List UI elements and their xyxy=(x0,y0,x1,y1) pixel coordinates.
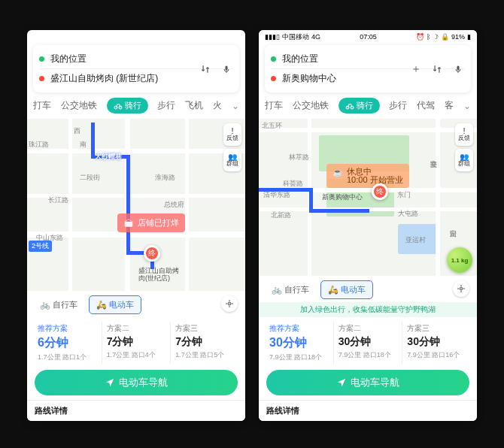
map-canvas[interactable]: 珠江路 西 南 大纱帽巷 二段街 长江路 总统府 中山东路 淮海路 2号线 店铺… xyxy=(27,119,245,291)
locate-icon xyxy=(457,284,466,293)
phone-screen-2: ▮▮▮▯ 中国移动 4G 07:05 ⏰ ᛒ ☽ 🔒 91% ▮ 我的位置 新奥… xyxy=(259,30,477,421)
voice-icon[interactable] xyxy=(451,62,465,76)
locate-button[interactable] xyxy=(221,295,238,312)
swap-icon[interactable] xyxy=(430,62,444,76)
map-label: 林萃路 xyxy=(289,153,309,162)
plan-recommended[interactable]: 推荐方案 6分钟 1.7公里 路口1个 xyxy=(33,322,102,364)
destination-text: 盛江山自助烤肉 (新世纪店) xyxy=(50,72,158,85)
transport-mode-tabs: 打车 公交地铁 骑行 步行 飞机 火 ⌄ xyxy=(27,97,245,119)
clock-label: 07:05 xyxy=(360,33,377,41)
destination-dot-icon xyxy=(39,76,44,81)
alarm-icon: ⏰ xyxy=(416,33,424,41)
origin-dot-icon xyxy=(271,56,276,62)
locate-button[interactable] xyxy=(453,280,469,297)
search-actions xyxy=(199,62,233,76)
map-label: 北新路 xyxy=(271,210,291,220)
eco-weight-bubble[interactable]: 1.1 kg xyxy=(447,247,472,273)
nav-arrow-icon xyxy=(105,377,115,388)
svg-rect-6 xyxy=(457,65,460,70)
mode-tab-walking[interactable]: 步行 xyxy=(157,97,175,114)
route-details-link[interactable]: 路线详情 xyxy=(259,400,477,421)
map-label: 珠江路 xyxy=(29,140,49,150)
sub-tab-bicycle[interactable]: 🚲自行车 xyxy=(33,296,84,313)
mode-tab-walking[interactable]: 步行 xyxy=(389,97,407,114)
closed-icon xyxy=(123,218,134,229)
sub-tab-ebike[interactable]: 🛵电动车 xyxy=(320,280,373,299)
mode-tab-flight[interactable]: 飞机 xyxy=(185,97,203,114)
transport-mode-tabs: 打车 公交地铁 骑行 步行 代驾 客 ⌄ xyxy=(259,97,477,119)
mode-tab-overflow[interactable]: 火 xyxy=(213,97,222,114)
map-label: 科荟路 xyxy=(283,179,303,189)
map-label: 二段街 xyxy=(80,173,100,183)
feedback-button[interactable]: ! 反馈 xyxy=(223,123,241,146)
mode-tab-cycling-active[interactable]: 骑行 xyxy=(107,98,148,114)
vehicle-sub-tabs: 🚲自行车 🛵电动车 xyxy=(259,276,477,302)
plan-option-2[interactable]: 方案二 7分钟 1.7公里 路口4个 xyxy=(102,322,172,364)
map-label: 西 xyxy=(74,126,80,136)
network-label: 4G xyxy=(311,33,320,41)
nav-arrow-icon xyxy=(336,377,347,388)
svg-rect-0 xyxy=(226,65,228,70)
mode-tab-taxi[interactable]: 打车 xyxy=(265,97,283,114)
orient-icon: 🔒 xyxy=(441,33,449,41)
plan-option-3[interactable]: 方案三 30分钟 7.9公里 路口16个 xyxy=(402,322,471,364)
search-actions: ＋ xyxy=(409,62,465,76)
group-button[interactable]: 👥 群组 xyxy=(455,149,473,171)
map-dest-label-2: 肉(世纪店) xyxy=(138,274,170,283)
plan-option-3[interactable]: 方案三 7分钟 1.7公里 路口5个 xyxy=(171,322,239,364)
map-label: 东门 xyxy=(397,190,411,200)
coffee-icon: ☕ xyxy=(332,168,343,177)
swap-icon[interactable] xyxy=(199,62,212,76)
map-canvas[interactable]: 北五环 林萃路 科荟路 清华东路 新奥购物中心 东门 北新路 安立路 大屯路 安… xyxy=(259,119,477,276)
shop-status-overlay: ☕ 休息中 10:00 开始营业 xyxy=(326,164,409,188)
svg-point-10 xyxy=(460,288,462,289)
map-label: 北五环 xyxy=(262,121,282,131)
mode-tab-taxi[interactable]: 打车 xyxy=(33,97,51,114)
mode-tab-cycling-active[interactable]: 骑行 xyxy=(339,98,380,114)
route-search-card: 我的位置 盛江山自助烤肉 (新世纪店) xyxy=(33,45,239,92)
feedback-button[interactable]: ! 反馈 xyxy=(455,123,473,146)
origin-text: 我的位置 xyxy=(50,53,87,65)
add-waypoint-icon[interactable]: ＋ xyxy=(409,62,423,76)
shop-status-line2: 10:00 开始营业 xyxy=(347,176,403,184)
shop-status-text: 店铺已打烊 xyxy=(138,217,179,229)
map-label: 长江路 xyxy=(48,195,68,205)
svg-rect-3 xyxy=(125,221,133,226)
mode-tab-transit[interactable]: 公交地铁 xyxy=(61,97,97,114)
start-navigation-button[interactable]: 电动车导航 xyxy=(266,370,469,395)
destination-dot-icon xyxy=(271,76,276,81)
start-navigation-button[interactable]: 电动车导航 xyxy=(35,370,238,395)
chevron-down-icon[interactable]: ⌄ xyxy=(232,101,239,111)
status-bar: ▮▮▮▯ 中国移动 4G 07:05 ⏰ ᛒ ☽ 🔒 91% ▮ xyxy=(259,30,477,44)
map-label: 大纱帽巷 xyxy=(95,152,122,162)
destination-marker: 终 xyxy=(372,183,388,200)
voice-icon[interactable] xyxy=(220,62,233,76)
bicycle-icon: 🚲 xyxy=(272,285,282,294)
plan-recommended[interactable]: 推荐方案 30分钟 7.9公里 路口18个 xyxy=(265,322,334,364)
mode-tab-transit[interactable]: 公交地铁 xyxy=(293,97,329,114)
route-plans: 推荐方案 30分钟 7.9公里 路口18个 方案二 30分钟 7.9公里 路口1… xyxy=(259,317,477,367)
locate-icon xyxy=(225,299,234,308)
bluetooth-icon: ᛒ xyxy=(427,33,430,41)
route-details-link[interactable]: 路线详情 xyxy=(27,400,245,421)
group-button[interactable]: 👥 群组 xyxy=(223,149,241,171)
bike-icon xyxy=(345,102,354,110)
mode-tab-overflow[interactable]: 客 xyxy=(445,97,454,114)
map-label: 大屯路 xyxy=(398,209,418,219)
svg-point-5 xyxy=(229,303,230,304)
destination-marker: 终 xyxy=(144,245,160,262)
mode-tab-chauffeur[interactable]: 代驾 xyxy=(417,97,435,114)
ebike-icon: 🛵 xyxy=(328,285,339,294)
bike-icon xyxy=(114,102,123,110)
map-label: 清华东路 xyxy=(263,190,290,200)
vehicle-sub-tabs: 🚲自行车 🛵电动车 xyxy=(27,291,245,317)
plan-option-2[interactable]: 方案二 30分钟 7.9公里 路口18个 xyxy=(334,322,403,364)
mode-tab-cycling-label: 骑行 xyxy=(357,100,373,111)
sub-tab-ebike[interactable]: 🛵电动车 xyxy=(89,295,141,314)
sub-tab-bicycle[interactable]: 🚲自行车 xyxy=(265,281,316,298)
eco-banner[interactable]: 加入绿色出行，收集低碳能量守护野鸭湖 xyxy=(259,302,477,317)
map-label: 南 xyxy=(80,140,87,150)
chevron-down-icon[interactable]: ⌄ xyxy=(463,101,471,111)
route-plans: 推荐方案 6分钟 1.7公里 路口1个 方案二 7分钟 1.7公里 路口4个 方… xyxy=(27,317,245,367)
carrier-label: 中国移动 xyxy=(282,32,309,42)
